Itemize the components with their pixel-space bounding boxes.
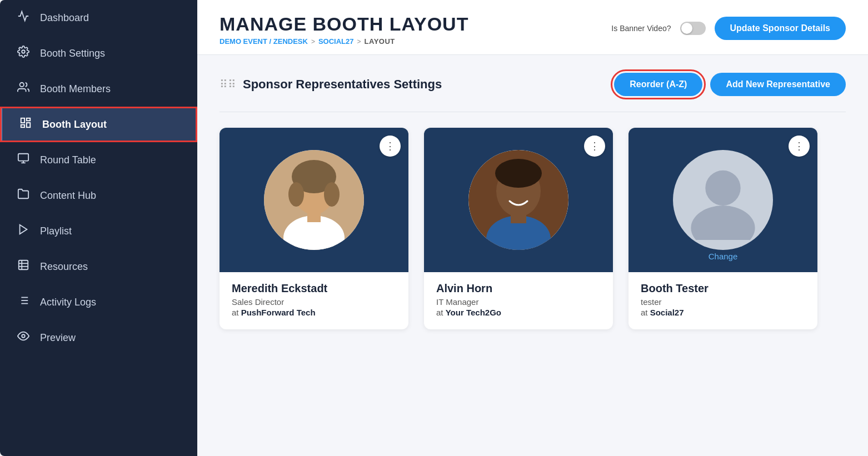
update-sponsor-button[interactable]: Update Sponsor Details xyxy=(715,17,846,40)
rep-company-name-1: PushForward Tech xyxy=(241,308,316,317)
dashboard-icon xyxy=(16,10,31,26)
card-photo-area-2: ⋮ xyxy=(424,128,613,272)
card-photo-area-3: ⋮ Change xyxy=(628,128,817,272)
reorder-button[interactable]: Reorder (A-Z) xyxy=(614,73,702,96)
sidebar-item-label: Booth Settings xyxy=(40,48,105,59)
svg-point-24 xyxy=(288,182,304,207)
sidebar-item-label: Booth Layout xyxy=(42,119,107,131)
svg-rect-5 xyxy=(21,125,24,128)
rep-company-3: at Social27 xyxy=(641,308,805,317)
round-table-icon xyxy=(16,152,31,168)
svg-rect-27 xyxy=(307,211,321,222)
resources-icon xyxy=(16,259,31,274)
rep-company-prefix-1: at xyxy=(232,308,239,317)
sidebar-item-label: Booth Members xyxy=(40,83,111,95)
representative-card-1: ⋮ Meredith Eckstadt Sales Director at Pu… xyxy=(220,128,408,329)
members-icon xyxy=(16,81,31,97)
representative-card-3: ⋮ Change Booth Tester tester at Social27 xyxy=(628,128,817,329)
sidebar: Dashboard Booth Settings Booth Members B… xyxy=(0,0,197,456)
avatar-3 xyxy=(673,150,773,250)
layout-icon xyxy=(18,117,33,132)
sidebar-item-booth-settings[interactable]: Booth Settings xyxy=(0,36,197,71)
sidebar-item-label: Content Hub xyxy=(40,190,96,202)
activity-logs-icon xyxy=(16,294,31,310)
svg-point-34 xyxy=(691,206,755,240)
rep-company-name-2: Your Tech2Go xyxy=(446,308,501,317)
rep-name-3: Booth Tester xyxy=(641,282,805,295)
breadcrumb-current: LAYOUT xyxy=(365,37,395,46)
page-header: MANAGE BOOTH LAYOUT DEMO EVENT / ZENDESK… xyxy=(197,0,868,55)
sidebar-item-preview[interactable]: Preview xyxy=(0,320,197,355)
avatar-1 xyxy=(264,150,364,250)
sidebar-item-activity-logs[interactable]: Activity Logs xyxy=(0,284,197,320)
svg-rect-4 xyxy=(27,123,30,127)
svg-point-1 xyxy=(20,83,24,87)
rep-company-prefix-3: at xyxy=(641,308,648,317)
section-actions: Reorder (A-Z) Add New Representative xyxy=(614,73,846,96)
card-info-2: Alvin Horn IT Manager at Your Tech2Go xyxy=(424,272,613,329)
card-info-1: Meredith Eckstadt Sales Director at Push… xyxy=(220,272,408,329)
breadcrumb-sep1: > xyxy=(311,38,315,46)
representative-card-2: ⋮ Alvin Horn IT Manager at Your Tech2Go xyxy=(424,128,613,329)
banner-video-toggle[interactable] xyxy=(680,22,706,35)
breadcrumb-sep2: > xyxy=(357,38,361,46)
sidebar-item-label: Activity Logs xyxy=(40,297,96,308)
sidebar-item-label: Dashboard xyxy=(40,12,89,24)
card-menu-button-3[interactable]: ⋮ xyxy=(789,136,810,157)
header-right: Is Banner Video? Update Sponsor Details xyxy=(611,17,846,40)
section-title: Sponsor Representatives Settings xyxy=(243,77,442,92)
card-photo-area-1: ⋮ xyxy=(220,128,408,272)
svg-point-30 xyxy=(495,159,542,188)
page-title: MANAGE BOOTH LAYOUT xyxy=(220,13,468,35)
toggle-label: Is Banner Video? xyxy=(611,24,671,33)
sidebar-item-content-hub[interactable]: Content Hub xyxy=(0,178,197,213)
avatar-2 xyxy=(468,150,568,250)
sidebar-item-playlist[interactable]: Playlist xyxy=(0,213,197,249)
drag-handle-icon[interactable]: ⠿⠿ xyxy=(220,78,236,91)
breadcrumb-event[interactable]: DEMO EVENT / ZENDESK xyxy=(220,37,308,46)
rep-company-prefix-2: at xyxy=(436,308,443,317)
avatar-placeholder-3 xyxy=(673,150,773,250)
rep-company-1: at PushForward Tech xyxy=(232,308,396,317)
sidebar-item-label: Resources xyxy=(40,261,88,273)
preview-icon xyxy=(16,330,31,345)
svg-point-25 xyxy=(324,182,340,207)
rep-name-2: Alvin Horn xyxy=(436,282,601,295)
sidebar-item-booth-layout[interactable]: Booth Layout xyxy=(0,107,197,142)
svg-rect-6 xyxy=(18,154,28,161)
card-menu-button-2[interactable]: ⋮ xyxy=(584,136,605,157)
playlist-icon xyxy=(16,223,31,239)
card-info-3: Booth Tester tester at Social27 xyxy=(628,272,817,329)
svg-rect-32 xyxy=(511,212,526,223)
svg-marker-9 xyxy=(20,225,27,234)
rep-company-name-3: Social27 xyxy=(650,308,684,317)
sidebar-item-label: Playlist xyxy=(40,226,72,237)
sidebar-item-resources[interactable]: Resources xyxy=(0,249,197,284)
sidebar-item-round-table[interactable]: Round Table xyxy=(0,142,197,178)
change-photo-button-3[interactable]: Change xyxy=(709,252,738,261)
representatives-grid: ⋮ Meredith Eckstadt Sales Director at Pu… xyxy=(220,128,846,329)
rep-role-1: Sales Director xyxy=(232,297,396,307)
section-title-row: ⠿⠿ Sponsor Representatives Settings xyxy=(220,77,442,92)
svg-rect-10 xyxy=(19,260,28,270)
svg-point-33 xyxy=(705,171,740,206)
add-representative-button[interactable]: Add New Representative xyxy=(710,73,846,96)
content-hub-icon xyxy=(16,188,31,203)
sidebar-item-label: Round Table xyxy=(40,154,96,166)
section-header: ⠿⠿ Sponsor Representatives Settings Reor… xyxy=(220,73,846,96)
content-area: ⠿⠿ Sponsor Representatives Settings Reor… xyxy=(197,55,868,456)
sidebar-item-label: Preview xyxy=(40,332,76,344)
section-divider xyxy=(220,112,846,112)
svg-point-0 xyxy=(22,50,25,53)
sidebar-item-dashboard[interactable]: Dashboard xyxy=(0,0,197,36)
breadcrumb-company[interactable]: SOCIAL27 xyxy=(318,37,354,46)
rep-name-1: Meredith Eckstadt xyxy=(232,282,396,295)
card-menu-button-1[interactable]: ⋮ xyxy=(380,136,401,157)
svg-point-20 xyxy=(22,334,25,338)
breadcrumb: DEMO EVENT / ZENDESK > SOCIAL27 > LAYOUT xyxy=(220,37,468,46)
gear-icon xyxy=(16,46,31,61)
rep-company-2: at Your Tech2Go xyxy=(436,308,601,317)
rep-role-2: IT Manager xyxy=(436,297,601,307)
sidebar-item-booth-members[interactable]: Booth Members xyxy=(0,71,197,107)
svg-rect-3 xyxy=(27,118,30,121)
